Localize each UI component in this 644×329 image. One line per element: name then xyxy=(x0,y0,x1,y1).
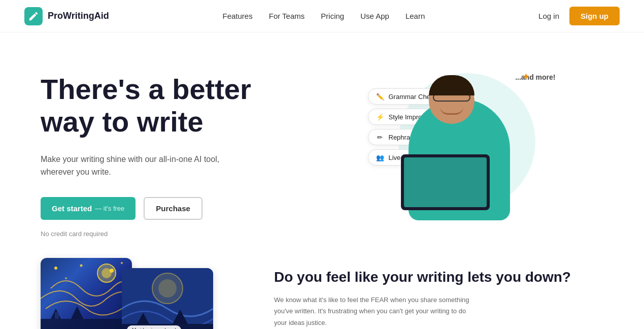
sparkle-icon: ✦ xyxy=(522,71,530,83)
signup-button[interactable]: Sign up xyxy=(569,7,620,25)
section-title: Do you feel like your writing lets you d… xyxy=(274,268,603,286)
tool-icon: ✏ xyxy=(376,133,385,142)
nav-for-teams[interactable]: For Teams xyxy=(269,12,305,20)
section-body: We know what it's like to feel the FEAR … xyxy=(274,294,477,328)
navbar: ProWritingAid Features For Teams Pricing… xyxy=(0,0,644,32)
laptop xyxy=(401,154,490,210)
get-started-button[interactable]: Get started — it's free xyxy=(41,197,135,220)
lightning-icon: ⚡ xyxy=(376,112,385,121)
lower-section: My idea in my head Do you feel like your… xyxy=(0,248,644,329)
logo[interactable]: ProWritingAid xyxy=(24,7,109,25)
no-credit-note: No credit card required xyxy=(41,230,304,238)
nav-pricing[interactable]: Pricing xyxy=(321,12,344,20)
nav-links: Features For Teams Pricing Use App Learn xyxy=(223,12,425,20)
smile xyxy=(440,107,463,115)
laptop-screen xyxy=(404,157,487,207)
idea-bubble: My idea in my head xyxy=(127,325,181,329)
nav-use-app[interactable]: Use App xyxy=(360,12,389,20)
purchase-button[interactable]: Purchase xyxy=(144,197,202,220)
svg-point-1 xyxy=(80,264,83,267)
svg-point-0 xyxy=(54,267,57,270)
artwork-container: My idea in my head xyxy=(41,258,213,329)
hero-buttons: Get started — it's free Purchase xyxy=(41,197,304,220)
artwork-area: My idea in my head xyxy=(41,258,233,329)
svg-marker-9 xyxy=(71,306,83,319)
starry-night-card xyxy=(41,258,132,329)
hero-section: There's a better way to write Make your … xyxy=(0,32,644,248)
nav-features[interactable]: Features xyxy=(223,12,253,20)
hero-title: There's a better way to write xyxy=(41,73,304,139)
svg-rect-10 xyxy=(55,312,59,319)
svg-rect-7 xyxy=(41,319,132,329)
lower-right-content: Do you feel like your writing lets you d… xyxy=(274,258,603,328)
nav-right: Log in Sign up xyxy=(538,7,620,25)
login-link[interactable]: Log in xyxy=(538,12,559,20)
second-artwork-card: My idea in my head xyxy=(122,268,213,329)
pencil-icon: ✏️ xyxy=(376,92,385,101)
hero-subtitle: Make your writing shine with our all-in-… xyxy=(41,153,233,179)
brand-name: ProWritingAid xyxy=(48,11,109,21)
svg-point-13 xyxy=(158,279,177,298)
svg-point-4 xyxy=(65,277,67,279)
person-head xyxy=(429,78,474,124)
hero-illustration: ✏️ Grammar Checking ⚡ Style Improvements… xyxy=(325,63,603,225)
nav-learn[interactable]: Learn xyxy=(405,12,425,20)
free-label: — it's free xyxy=(95,205,124,212)
people-icon: 👥 xyxy=(376,153,385,162)
svg-point-6 xyxy=(101,268,112,278)
hero-left: There's a better way to write Make your … xyxy=(41,63,304,238)
logo-icon xyxy=(24,7,43,25)
svg-point-3 xyxy=(121,262,123,264)
